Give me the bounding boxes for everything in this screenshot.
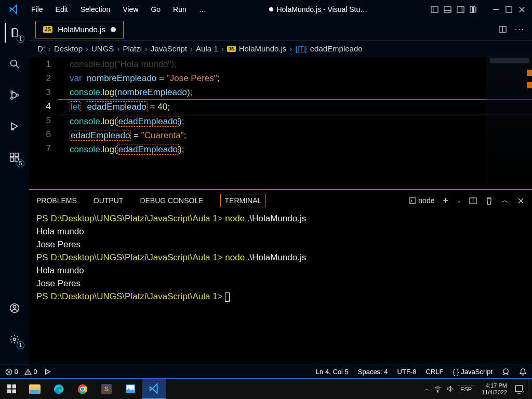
crumb-drive[interactable]: D:	[37, 44, 45, 53]
status-indent[interactable]: Spaces: 4	[358, 368, 388, 376]
activity-source-control[interactable]	[5, 85, 24, 105]
start-button[interactable]	[0, 379, 23, 400]
crumb-folder[interactable]: UNGS	[91, 44, 114, 53]
split-editor-icon[interactable]	[499, 25, 507, 33]
svg-point-37	[28, 374, 28, 374]
status-cursor[interactable]: Ln 4, Col 5	[316, 368, 349, 376]
window-minimize-icon[interactable]	[492, 6, 500, 14]
window-maximize-icon[interactable]	[505, 6, 513, 14]
taskbar-app-edge[interactable]	[47, 379, 71, 400]
crumb-folder[interactable]: Desktop	[54, 44, 83, 53]
status-debug-icon[interactable]	[44, 368, 51, 376]
layout-sidebar-right-icon[interactable]	[457, 6, 464, 14]
overview-ruler	[527, 57, 532, 189]
svg-point-17	[16, 94, 18, 96]
tab-filename: HolaMundo.js	[58, 25, 105, 34]
svg-rect-39	[7, 384, 11, 388]
svg-point-24	[13, 305, 16, 308]
panel-tabs: PROBLEMS OUTPUT DEBUG CONSOLE TERMINAL n…	[29, 190, 532, 211]
menu-file[interactable]: File	[31, 5, 43, 14]
svg-point-50	[437, 391, 438, 392]
extensions-badge: 5	[17, 159, 24, 167]
svg-rect-20	[10, 158, 14, 162]
panel-tab-terminal[interactable]: TERMINAL	[220, 194, 267, 207]
tray-clock[interactable]: 4:17 PM 11/4/2022	[478, 382, 510, 396]
js-file-icon: JS	[43, 26, 52, 33]
menu-edit[interactable]: Edit	[56, 5, 68, 14]
tray-notifications-icon[interactable]: 4	[514, 384, 524, 394]
activity-extensions[interactable]: 5	[5, 148, 24, 167]
windows-taskbar: S ︿ ESP 4:17 PM 11/4/2022 4	[0, 378, 532, 399]
terminal-kill-icon[interactable]	[485, 197, 493, 205]
svg-point-16	[11, 97, 13, 99]
editor-code[interactable]: console.log("Hola mundo");var nombreEmpl…	[58, 57, 532, 189]
layout-sidebar-left-icon[interactable]	[431, 6, 438, 14]
status-feedback-icon[interactable]	[502, 368, 510, 376]
show-desktop[interactable]	[528, 379, 531, 400]
panel: PROBLEMS OUTPUT DEBUG CONSOLE TERMINAL n…	[29, 189, 532, 365]
layout-customize-icon[interactable]	[470, 6, 477, 14]
crumb-folder[interactable]: JavaScript	[151, 44, 187, 53]
svg-rect-28	[409, 198, 416, 204]
activity-explorer[interactable]: 1	[5, 23, 24, 43]
modified-indicator-icon	[269, 7, 273, 11]
terminal-dropdown-icon[interactable]: ⌄	[457, 198, 461, 204]
tab-modified-icon	[111, 27, 116, 32]
svg-point-15	[11, 91, 13, 93]
svg-point-48	[81, 387, 84, 390]
taskbar-app-explorer[interactable]	[23, 379, 47, 400]
menu-go[interactable]: Go	[151, 5, 161, 14]
layout-panel-icon[interactable]	[444, 6, 451, 14]
status-warnings[interactable]: 0	[24, 368, 37, 376]
status-eol[interactable]: CRLF	[425, 368, 443, 376]
panel-maximize-icon[interactable]: ︿	[501, 196, 509, 205]
svg-rect-2	[444, 6, 451, 12]
panel-close-icon[interactable]	[517, 197, 525, 205]
menu-more[interactable]: …	[199, 5, 206, 14]
activity-search[interactable]	[5, 54, 24, 74]
code-editor[interactable]: 1234567 console.log("Hola mundo");var no…	[29, 57, 532, 189]
panel-tab-problems[interactable]: PROBLEMS	[36, 196, 77, 205]
vscode-logo-icon	[0, 4, 28, 15]
svg-rect-51	[515, 385, 523, 391]
crumb-symbol[interactable]: edadEmpleado	[310, 44, 363, 53]
window-title: HolaMundo.js - Visual Stu…	[276, 5, 367, 14]
activity-run-debug[interactable]	[5, 116, 24, 136]
taskbar-app-paint[interactable]	[118, 379, 142, 400]
terminal-split-icon[interactable]	[469, 197, 477, 205]
tray-chevron-up-icon[interactable]: ︿	[424, 385, 430, 393]
panel-tab-debug-console[interactable]: DEBUG CONSOLE	[140, 196, 203, 205]
svg-line-14	[16, 65, 19, 69]
minimap[interactable]	[486, 57, 532, 189]
terminal-new-icon[interactable]: +	[443, 195, 448, 206]
status-language[interactable]: { } JavaScript	[453, 368, 493, 376]
crumb-folder[interactable]: Platzi	[123, 44, 142, 53]
svg-rect-6	[470, 6, 473, 12]
status-encoding[interactable]: UTF-8	[397, 368, 417, 376]
status-bell-icon[interactable]	[519, 368, 527, 376]
tray-wifi-icon[interactable]	[434, 385, 442, 393]
activity-settings[interactable]: 1	[5, 329, 24, 349]
menu-run[interactable]: Run	[173, 5, 187, 14]
taskbar-app-vscode[interactable]	[142, 379, 166, 400]
crumb-folder[interactable]: Aula 1	[196, 44, 218, 53]
terminal[interactable]: PS D:\Desktop\UNGS\Platzi\JavaScript\Aul…	[29, 211, 532, 365]
window-close-icon[interactable]	[518, 6, 526, 14]
svg-point-38	[503, 369, 508, 374]
tab-more-icon[interactable]: ···	[515, 25, 525, 34]
editor-tab-holamundo[interactable]: JS HolaMundo.js	[35, 21, 124, 38]
svg-point-13	[11, 60, 17, 66]
terminal-profile[interactable]: node	[409, 196, 434, 205]
menu-view[interactable]: View	[123, 5, 138, 14]
crumb-file[interactable]: HolaMundo.js	[239, 44, 287, 53]
activity-account[interactable]	[5, 298, 24, 318]
taskbar-app-chrome[interactable]	[71, 379, 95, 400]
tray-volume-icon[interactable]	[446, 385, 454, 393]
svg-rect-7	[474, 6, 475, 12]
breadcrumb[interactable]: D:› Desktop› UNGS› Platzi› JavaScript› A…	[29, 41, 532, 57]
taskbar-app-sublime[interactable]: S	[95, 379, 118, 400]
status-errors[interactable]: 0	[5, 368, 18, 376]
menu-selection[interactable]: Selection	[81, 5, 111, 14]
tray-language[interactable]: ESP	[458, 385, 474, 393]
panel-tab-output[interactable]: OUTPUT	[94, 196, 124, 205]
